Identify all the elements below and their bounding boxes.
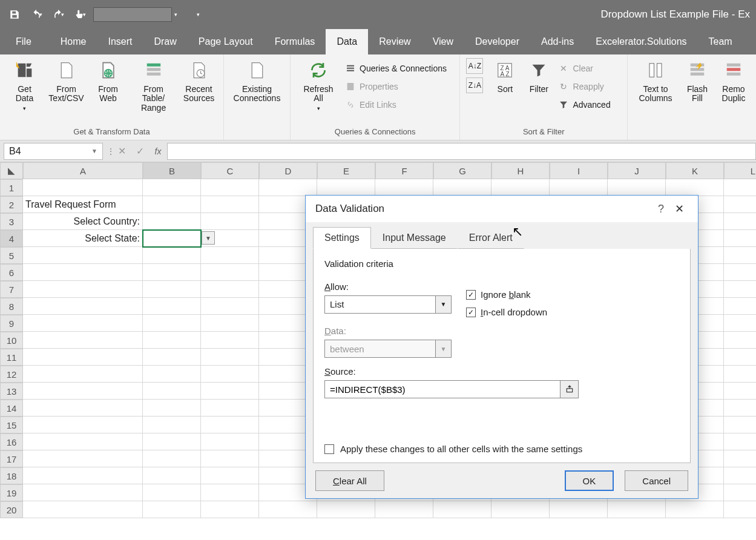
row-header-6[interactable]: 6 — [0, 264, 23, 281]
cell[interactable] — [143, 332, 201, 349]
cell[interactable] — [259, 501, 317, 518]
cell[interactable] — [724, 315, 756, 332]
clear-all-button[interactable]: Clear All — [315, 470, 384, 491]
cell[interactable] — [143, 400, 201, 417]
advanced-filter-button[interactable]: Advanced — [558, 97, 610, 113]
cell[interactable] — [143, 366, 201, 383]
touch-mode-icon[interactable]: ▾ — [71, 6, 88, 23]
tab-draw[interactable]: Draw — [143, 29, 187, 54]
cell[interactable] — [201, 349, 259, 366]
tab-insert[interactable]: Insert — [97, 29, 143, 54]
insert-function-icon[interactable]: fx — [149, 147, 167, 156]
cell[interactable] — [201, 315, 259, 332]
sort-button[interactable]: Z AA ZSort — [490, 58, 519, 94]
row-header-15[interactable]: 15 — [0, 417, 23, 433]
cell[interactable] — [143, 247, 201, 264]
tab-review[interactable]: Review — [368, 29, 421, 54]
row-header-4[interactable]: 4 — [0, 230, 23, 247]
dialog-title-bar[interactable]: Data Validation ? ✕ — [306, 196, 698, 222]
cell[interactable] — [433, 501, 491, 518]
row-header-8[interactable]: 8 — [0, 298, 23, 315]
apply-all-checkbox[interactable] — [324, 444, 334, 454]
reapply-button[interactable]: ↻Reapply — [558, 79, 610, 94]
formula-bar-resize-icon[interactable]: ⋮ — [107, 147, 113, 156]
tab-formulas[interactable]: Formulas — [264, 29, 326, 54]
tab-input-message[interactable]: Input Message — [371, 227, 458, 249]
cell-A4[interactable]: Select State: — [23, 230, 143, 247]
cell[interactable] — [724, 501, 756, 518]
cell[interactable] — [23, 501, 143, 518]
from-text-csv-button[interactable]: From Text/CSV — [48, 58, 85, 104]
cell[interactable] — [143, 433, 201, 450]
col-header-F[interactable]: F — [375, 162, 433, 179]
tab-page-layout[interactable]: Page Layout — [188, 29, 264, 54]
refresh-all-button[interactable]: Refresh All▾ — [297, 58, 340, 112]
row-header-5[interactable]: 5 — [0, 247, 23, 264]
row-header-19[interactable]: 19 — [0, 484, 23, 501]
accept-formula-icon[interactable]: ✓ — [131, 145, 149, 157]
cell[interactable] — [23, 298, 143, 315]
recent-sources-button[interactable]: Recent Sources — [180, 58, 217, 104]
cell[interactable] — [724, 213, 756, 230]
save-icon[interactable] — [6, 6, 23, 23]
row-header-18[interactable]: 18 — [0, 467, 23, 484]
cell[interactable] — [23, 315, 143, 332]
cell[interactable] — [143, 417, 201, 433]
flash-fill-button[interactable]: Flash Fill — [682, 58, 712, 104]
cell[interactable] — [433, 179, 491, 196]
cell[interactable] — [608, 179, 666, 196]
get-data-button[interactable]: Get Data▾ — [6, 58, 43, 112]
cell[interactable] — [724, 433, 756, 450]
cell[interactable] — [375, 179, 433, 196]
cell[interactable] — [23, 332, 143, 349]
tab-settings[interactable]: Settings — [313, 227, 371, 249]
tab-home[interactable]: Home — [50, 29, 97, 54]
cell[interactable] — [23, 417, 143, 433]
cell[interactable] — [491, 501, 550, 518]
cell[interactable] — [143, 213, 201, 230]
cell[interactable] — [201, 298, 259, 315]
properties-button[interactable]: Properties — [345, 79, 447, 94]
row-header-17[interactable]: 17 — [0, 450, 23, 467]
row-header-9[interactable]: 9 — [0, 315, 23, 332]
cell[interactable] — [201, 247, 259, 264]
cell[interactable] — [724, 179, 756, 196]
redo-icon[interactable]: ▾ — [50, 6, 67, 23]
help-icon[interactable]: ? — [652, 203, 670, 216]
text-to-columns-button[interactable]: Text to Columns — [634, 58, 677, 104]
cell[interactable] — [317, 501, 375, 518]
cell[interactable] — [143, 501, 201, 518]
in-cell-dropdown-checkbox[interactable]: ✓In-cell dropdown — [466, 307, 547, 317]
cell[interactable] — [724, 366, 756, 383]
cell[interactable] — [724, 332, 756, 349]
cell[interactable] — [317, 179, 375, 196]
col-header-K[interactable]: K — [666, 162, 724, 179]
existing-connections-button[interactable]: Existing Connections — [230, 58, 284, 104]
cell[interactable] — [23, 467, 143, 484]
cell[interactable] — [23, 433, 143, 450]
clear-filter-button[interactable]: ✕Clear — [558, 61, 610, 76]
cell[interactable] — [143, 298, 201, 315]
close-icon[interactable]: ✕ — [670, 202, 688, 216]
cell[interactable] — [143, 179, 201, 196]
row-header-14[interactable]: 14 — [0, 400, 23, 417]
row-header-3[interactable]: 3 — [0, 213, 23, 230]
qat-customize-caret-icon[interactable]: ▾ — [197, 12, 200, 18]
cell[interactable] — [724, 298, 756, 315]
tab-team[interactable]: Team — [698, 29, 743, 54]
tab-addins[interactable]: Add-ins — [530, 29, 585, 54]
cell[interactable] — [724, 264, 756, 281]
cell[interactable] — [143, 467, 201, 484]
tab-file[interactable]: File — [5, 29, 42, 54]
cell[interactable] — [143, 450, 201, 467]
cell[interactable] — [143, 281, 201, 298]
edit-links-button[interactable]: Edit Links — [345, 97, 447, 113]
cell[interactable] — [666, 501, 724, 518]
cell[interactable] — [23, 179, 143, 196]
filter-button[interactable]: Filter — [524, 58, 553, 94]
cell[interactable] — [724, 230, 756, 247]
sort-desc-button[interactable]: Z↓A — [466, 77, 483, 93]
col-header-A[interactable]: A — [23, 162, 143, 179]
col-header-E[interactable]: E — [317, 162, 375, 179]
cell[interactable] — [23, 281, 143, 298]
